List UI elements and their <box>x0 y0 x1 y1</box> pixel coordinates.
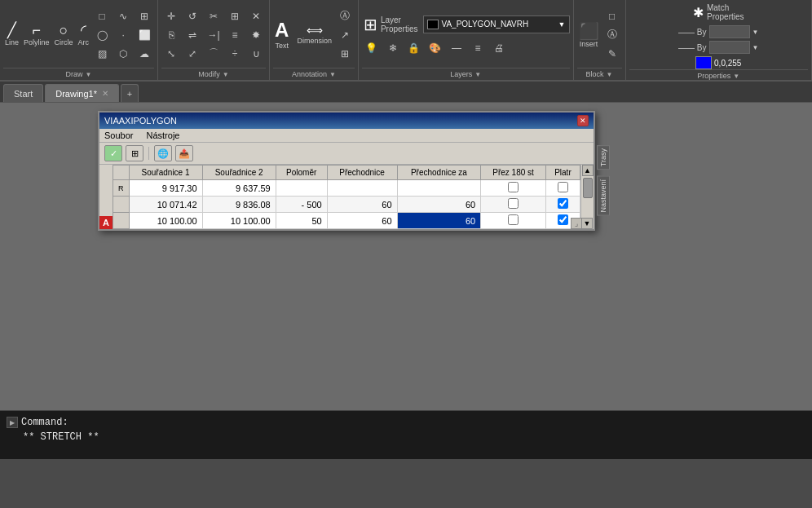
linetype-dropdown[interactable] <box>709 41 750 54</box>
data-cell[interactable]: 60 <box>397 197 481 213</box>
table-row[interactable]: 10 071.429 836.08- 5006060 <box>113 197 580 213</box>
checkbox-cell[interactable] <box>481 197 546 213</box>
data-cell[interactable]: - 500 <box>276 197 327 213</box>
region-button[interactable]: ⊞ <box>135 7 154 25</box>
copy-button[interactable]: ⎘ <box>161 26 181 44</box>
mtext-button[interactable]: Ⓐ <box>335 7 355 25</box>
join-button[interactable]: ∪ <box>246 45 266 63</box>
data-cell[interactable]: 60 <box>397 213 481 229</box>
revision-button[interactable]: ☁ <box>135 45 154 63</box>
dimension-button[interactable]: ⟺ Dimension <box>295 22 333 47</box>
color-dropdown[interactable] <box>709 25 750 38</box>
layer-freeze[interactable]: ❄ <box>383 39 403 57</box>
layer-lock[interactable]: 🔒 <box>404 39 424 57</box>
data-cell[interactable]: 50 <box>276 213 327 229</box>
match-properties-button[interactable]: ✱ Match Properties <box>691 2 746 23</box>
polygon-button[interactable]: ⬡ <box>113 45 133 63</box>
data-cell[interactable]: 9 917.30 <box>129 180 202 197</box>
layers-dropdown-icon[interactable]: ▼ <box>474 71 481 78</box>
checkbox-platr[interactable] <box>558 182 568 192</box>
spline-button[interactable]: ∿ <box>113 7 133 25</box>
array-button[interactable]: ⊞ <box>225 7 245 25</box>
tab-add-button[interactable]: + <box>121 84 139 102</box>
color-swatch[interactable] <box>695 56 712 69</box>
create-block-button[interactable]: □ <box>602 7 622 25</box>
text-button[interactable]: A Text <box>273 17 290 52</box>
define-att-button[interactable]: Ⓐ <box>602 26 622 44</box>
erase-button[interactable]: ✕ <box>246 7 266 25</box>
layer-color[interactable]: 🎨 <box>426 39 445 57</box>
layer-dropdown-arrow[interactable]: ▼ <box>558 20 566 29</box>
data-cell[interactable]: 9 637.59 <box>202 180 276 197</box>
side-label-trasy[interactable]: Trasy <box>597 145 610 170</box>
layer-linetype[interactable]: ― <box>447 39 466 57</box>
offset-button[interactable]: ≡ <box>225 26 245 44</box>
layer-plot[interactable]: 🖨 <box>489 39 509 57</box>
break-button[interactable]: ÷ <box>225 45 245 63</box>
properties-dropdown-icon[interactable]: ▼ <box>733 73 739 80</box>
data-cell[interactable] <box>327 180 397 197</box>
side-label-nastaveni[interactable]: Nastavení <box>597 176 610 216</box>
data-cell[interactable]: 60 <box>327 197 397 213</box>
dlg-export-button[interactable]: 📤 <box>175 145 193 161</box>
checkbox-cell[interactable] <box>545 180 580 197</box>
data-cell[interactable]: 10 100.00 <box>202 213 276 229</box>
layer-on-off[interactable]: 💡 <box>362 39 382 57</box>
ellipse-button[interactable]: ◯ <box>92 26 112 44</box>
polyline-button[interactable]: ⌐ Polyline <box>22 20 51 49</box>
checkbox-cell[interactable] <box>481 180 546 197</box>
data-cell[interactable]: 10 071.42 <box>129 197 202 213</box>
tab-drawing1-close[interactable]: ✕ <box>102 89 108 98</box>
table-row[interactable]: R9 917.309 637.59 <box>113 180 580 197</box>
layer-dropdown[interactable]: VA_POLYGON_NAVRH ▼ <box>423 15 570 33</box>
checkbox-platr[interactable] <box>558 198 568 209</box>
dlg-table-button[interactable]: ⊞ <box>126 145 143 161</box>
checkbox-prez[interactable] <box>508 214 519 225</box>
tab-start[interactable]: Start <box>3 84 43 102</box>
edit-att-button[interactable]: ✎ <box>602 45 622 63</box>
data-cell[interactable] <box>276 180 327 197</box>
wipeout-button[interactable]: ⬜ <box>135 26 154 44</box>
trim-button[interactable]: ✂ <box>204 7 223 25</box>
data-cell[interactable]: 10 100.00 <box>129 213 202 229</box>
hatch-button[interactable]: ▨ <box>92 45 112 63</box>
fillet-button[interactable]: ⌒ <box>204 45 223 63</box>
scroll-down-button[interactable]: ▼ <box>581 218 593 229</box>
dlg-globe-button[interactable]: 🌐 <box>154 145 172 161</box>
leader-button[interactable]: ↗ <box>335 26 355 44</box>
circle-button[interactable]: ○ Circle <box>53 20 75 49</box>
resize-grip[interactable]: ⌟ <box>571 218 582 229</box>
rectangle-button[interactable]: □ <box>92 7 112 25</box>
dlg-check-button[interactable]: ✓ <box>104 145 122 161</box>
table-row[interactable]: 10 100.0010 100.00506060 <box>113 213 580 229</box>
mirror-button[interactable]: ⇌ <box>183 26 202 44</box>
checkbox-cell[interactable] <box>545 197 580 213</box>
dialog-scrollbar[interactable]: ▲ ▼ <box>580 165 594 229</box>
menu-tools[interactable]: Nástroje <box>146 130 179 140</box>
rotate-button[interactable]: ↺ <box>183 7 202 25</box>
checkbox-prez[interactable] <box>508 182 519 192</box>
draw-dropdown-icon[interactable]: ▼ <box>86 71 92 78</box>
command-input[interactable] <box>7 444 805 456</box>
modify-dropdown-icon[interactable]: ▼ <box>223 71 229 78</box>
data-cell[interactable] <box>397 180 481 197</box>
tab-drawing1[interactable]: Drawing1* ✕ <box>45 84 119 102</box>
tolerance-button[interactable]: ⊞ <box>335 45 355 63</box>
arc-button[interactable]: ◜ Arc <box>77 20 91 49</box>
data-cell[interactable]: 60 <box>327 213 397 229</box>
stretch-button[interactable]: ⤡ <box>161 45 181 63</box>
checkbox-cell[interactable] <box>481 213 546 229</box>
insert-button[interactable]: ⬛ Insert <box>577 20 601 51</box>
block-dropdown-icon[interactable]: ▼ <box>607 71 613 78</box>
move-button[interactable]: ✛ <box>161 7 181 25</box>
linetype-dropdown-arrow[interactable]: ▼ <box>752 44 759 51</box>
dialog-close-button[interactable]: ✕ <box>577 115 589 126</box>
extend-button[interactable]: →| <box>204 26 223 44</box>
layer-lineweight[interactable]: ≡ <box>468 39 488 57</box>
scale-button[interactable]: ⤢ <box>183 45 202 63</box>
canvas-area[interactable]: Y X VIAAXIPOLYGON ✕ Soubor Nástroje ✓ ⊞ <box>0 103 812 459</box>
checkbox-prez[interactable] <box>508 198 519 209</box>
color-dropdown-arrow[interactable]: ▼ <box>752 29 759 36</box>
layer-properties-button[interactable]: ⊞ Layer Properties <box>362 13 420 36</box>
scroll-thumb[interactable] <box>583 178 593 198</box>
